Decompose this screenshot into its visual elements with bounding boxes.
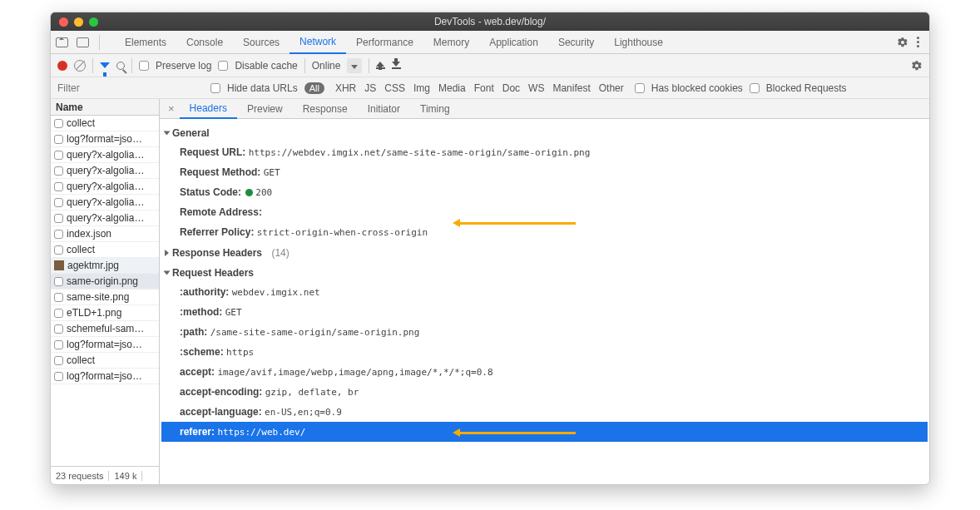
request-name: log?format=jso…	[67, 370, 142, 382]
minimize-window-icon[interactable]	[74, 17, 83, 27]
thumbnail-icon	[54, 260, 64, 270]
detail-tab-headers[interactable]: Headers	[180, 99, 237, 119]
tab-security[interactable]: Security	[548, 31, 604, 54]
request-row[interactable]: eTLD+1.png	[51, 305, 159, 321]
filter-type-doc[interactable]: Doc	[502, 82, 520, 94]
header-row: Request URL: https://webdev.imgix.net/sa…	[161, 142, 928, 162]
request-name: collect	[67, 117, 95, 129]
filter-type-font[interactable]: Font	[474, 82, 494, 94]
header-row: accept-language: en-US,en;q=0.9	[161, 402, 928, 422]
export-har-icon[interactable]	[392, 62, 401, 69]
header-row: Remote Address:	[161, 202, 928, 222]
clear-icon[interactable]	[74, 60, 86, 72]
request-row[interactable]: log?format=jso…	[51, 337, 159, 353]
request-icon	[54, 135, 63, 144]
request-row[interactable]: query?x-algolia…	[51, 179, 159, 195]
tab-sources[interactable]: Sources	[233, 31, 290, 54]
header-value: GET	[264, 167, 280, 178]
response-headers-section-header[interactable]: Response Headers (14)	[161, 242, 928, 262]
filter-all-pill[interactable]: All	[304, 82, 324, 94]
filter-icon[interactable]	[100, 62, 110, 68]
header-value: 200	[255, 187, 272, 198]
header-value: GET	[225, 307, 242, 318]
request-name: same-origin.png	[67, 275, 138, 287]
request-row[interactable]: query?x-algolia…	[51, 147, 159, 163]
filter-row: Hide data URLs All XHRJSCSSImgMediaFontD…	[51, 77, 929, 99]
filter-type-img[interactable]: Img	[413, 82, 430, 94]
request-row[interactable]: agektmr.jpg	[51, 258, 159, 274]
filter-type-media[interactable]: Media	[438, 82, 466, 94]
import-har-icon[interactable]	[376, 62, 385, 69]
general-section-header[interactable]: General	[161, 122, 928, 142]
filter-type-css[interactable]: CSS	[384, 82, 405, 94]
detail-pane: × HeadersPreviewResponseInitiatorTiming …	[160, 99, 929, 484]
has-blocked-cookies-checkbox[interactable]	[635, 83, 645, 93]
request-row[interactable]: query?x-algolia…	[51, 210, 159, 226]
zoom-window-icon[interactable]	[89, 17, 98, 27]
filter-input[interactable]	[54, 81, 204, 96]
tab-memory[interactable]: Memory	[423, 31, 479, 54]
request-row[interactable]: collect	[51, 353, 159, 369]
filter-type-manifest[interactable]: Manifest	[552, 82, 590, 94]
header-key: Request URL:	[180, 146, 245, 158]
request-row[interactable]: log?format=jso…	[51, 131, 159, 147]
request-name: collect	[67, 244, 95, 255]
request-name: eTLD+1.png	[67, 307, 121, 319]
request-row[interactable]: query?x-algolia…	[51, 163, 159, 179]
request-icon	[54, 372, 63, 381]
filter-type-other[interactable]: Other	[599, 82, 624, 94]
search-icon[interactable]	[116, 62, 125, 70]
detail-tab-response[interactable]: Response	[293, 99, 358, 119]
detail-tab-preview[interactable]: Preview	[237, 99, 293, 119]
detail-tab-timing[interactable]: Timing	[410, 99, 460, 119]
record-icon[interactable]	[57, 61, 67, 71]
window-controls	[51, 17, 98, 27]
filter-type-js[interactable]: JS	[364, 82, 376, 94]
close-detail-icon[interactable]: ×	[163, 102, 180, 115]
throttling-dropdown-icon[interactable]	[347, 58, 362, 73]
request-row[interactable]: collect	[51, 242, 159, 258]
tab-console[interactable]: Console	[176, 31, 233, 54]
more-menu-icon[interactable]	[912, 37, 924, 47]
network-settings-gear-icon[interactable]	[911, 60, 923, 72]
request-icon	[54, 182, 63, 191]
device-toolbar-icon[interactable]	[77, 37, 89, 47]
request-row[interactable]: index.json	[51, 226, 159, 242]
name-column-header[interactable]: Name	[51, 99, 159, 116]
request-row[interactable]: log?format=jso…	[51, 369, 159, 384]
request-icon	[54, 293, 63, 302]
filter-type-xhr[interactable]: XHR	[335, 82, 356, 94]
request-name: query?x-algolia…	[67, 181, 144, 192]
throttling-select[interactable]: Online	[312, 60, 341, 72]
header-key: Remote Address:	[180, 206, 262, 218]
header-key: :scheme:	[180, 346, 224, 358]
header-value: en-US,en;q=0.9	[265, 407, 342, 418]
header-value: https://webdev.imgix.net/same-site-same-…	[249, 147, 591, 158]
blocked-requests-checkbox[interactable]	[750, 83, 760, 93]
request-row[interactable]: collect	[51, 116, 159, 131]
hide-data-urls-checkbox[interactable]	[210, 83, 220, 93]
header-value: strict-origin-when-cross-origin	[257, 227, 428, 238]
request-headers-section-header[interactable]: Request Headers	[161, 262, 928, 282]
request-list-sidebar: Name collectlog?format=jso…query?x-algol…	[51, 99, 160, 484]
detail-tab-initiator[interactable]: Initiator	[358, 99, 410, 119]
disclosure-triangle-icon	[164, 271, 171, 275]
annotation-arrow-icon	[459, 432, 576, 434]
request-row[interactable]: schemeful-sam…	[51, 321, 159, 337]
request-row[interactable]: same-origin.png	[51, 274, 159, 290]
tab-application[interactable]: Application	[479, 31, 548, 54]
request-row[interactable]: same-site.png	[51, 290, 159, 305]
disable-cache-checkbox[interactable]	[218, 61, 228, 71]
tab-elements[interactable]: Elements	[115, 31, 176, 54]
request-row[interactable]: query?x-algolia…	[51, 195, 159, 210]
inspect-element-icon[interactable]	[56, 37, 68, 47]
close-window-icon[interactable]	[59, 17, 68, 27]
tab-performance[interactable]: Performance	[346, 31, 423, 54]
main-area: Name collectlog?format=jso…query?x-algol…	[51, 99, 929, 484]
preserve-log-checkbox[interactable]	[139, 61, 149, 71]
tab-lighthouse[interactable]: Lighthouse	[604, 31, 673, 54]
tab-network[interactable]: Network	[290, 31, 346, 54]
devtools-window: DevTools - web.dev/blog/ ElementsConsole…	[50, 12, 930, 485]
settings-gear-icon[interactable]	[897, 37, 908, 48]
filter-type-ws[interactable]: WS	[528, 82, 544, 94]
